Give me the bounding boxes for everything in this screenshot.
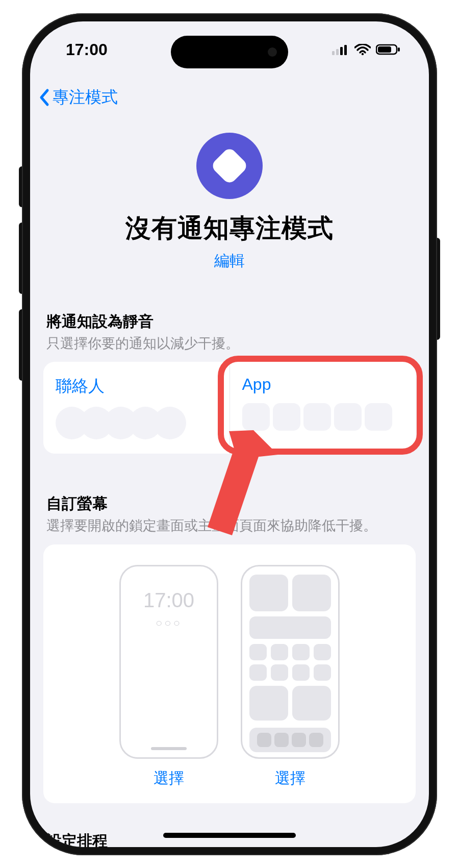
chevron-left-icon	[38, 88, 50, 107]
lock-screen-option[interactable]: 17:00 ○○○ 選擇	[119, 565, 218, 789]
select-lock-label: 選擇	[119, 768, 218, 789]
svg-rect-1	[336, 49, 339, 55]
cellular-icon	[332, 44, 349, 55]
focus-header: 沒有通知專注模式 編輯	[43, 117, 416, 271]
lock-screen-preview-icon: 17:00 ○○○	[119, 565, 218, 759]
back-label: 專注模式	[53, 86, 118, 109]
edit-button[interactable]: 編輯	[214, 251, 245, 271]
contacts-placeholder-icon	[56, 407, 217, 439]
dynamic-island	[171, 36, 288, 68]
mute-notifications-section: 將通知設為靜音 只選擇你要的通知以減少干擾。 聯絡人 App	[43, 311, 416, 454]
focus-mode-icon	[196, 133, 263, 199]
screen: 17:00	[30, 21, 429, 847]
section-desc: 選擇要開啟的鎖定畫面或主畫面頁面來協助降低干擾。	[43, 514, 416, 544]
section-title: 自訂螢幕	[43, 493, 416, 514]
status-time: 17:00	[66, 40, 108, 59]
section-title: 將通知設為靜音	[43, 311, 416, 332]
svg-rect-0	[332, 51, 335, 55]
svg-rect-6	[378, 46, 391, 53]
svg-rect-3	[344, 45, 347, 55]
svg-rect-2	[340, 47, 343, 55]
svg-rect-7	[398, 47, 400, 52]
apps-label: App	[242, 375, 404, 394]
select-home-label: 選擇	[241, 768, 340, 789]
contacts-button[interactable]: 聯絡人	[43, 362, 230, 454]
contacts-label: 聯絡人	[56, 375, 217, 398]
back-button[interactable]: 專注模式	[38, 86, 118, 109]
home-indicator[interactable]	[163, 833, 296, 838]
screens-card: 17:00 ○○○ 選擇	[43, 544, 416, 803]
wifi-icon	[354, 44, 371, 55]
svg-point-4	[362, 53, 364, 55]
battery-icon	[376, 44, 400, 55]
iphone-frame: 17:00	[22, 13, 437, 855]
apps-placeholder-icon	[242, 403, 404, 431]
home-screen-option[interactable]: 選擇	[241, 565, 340, 789]
customize-screens-section: 自訂螢幕 選擇要開啟的鎖定畫面或主畫面頁面來協助降低干擾。 17:00 ○○○ …	[43, 493, 416, 803]
nav-bar: 專注模式	[30, 78, 429, 117]
apps-button[interactable]: App	[230, 362, 416, 454]
section-desc: 只選擇你要的通知以減少干擾。	[43, 332, 416, 362]
home-screen-preview-icon	[241, 565, 340, 759]
mute-card: 聯絡人 App	[43, 362, 416, 454]
focus-title: 沒有通知專注模式	[43, 211, 416, 245]
